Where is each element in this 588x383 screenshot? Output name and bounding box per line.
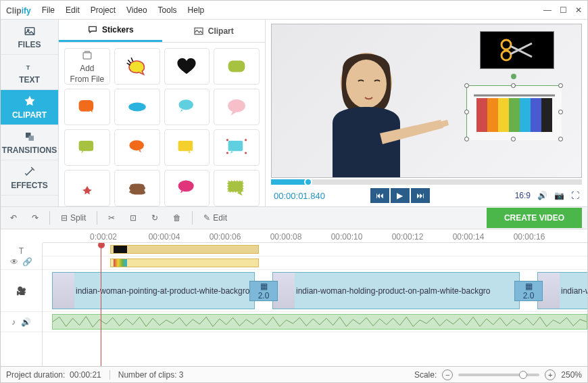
sticker-add-from-file[interactable]: Add From File bbox=[64, 48, 110, 85]
preview-progress[interactable] bbox=[271, 179, 582, 185]
overlay-scissors[interactable] bbox=[480, 31, 554, 69]
sidebar-item-transitions[interactable]: TRANSITIONS bbox=[1, 125, 58, 160]
svg-rect-33 bbox=[531, 98, 541, 132]
transition-2[interactable]: ▦2.0 bbox=[514, 281, 543, 301]
create-video-button[interactable]: CREATE VIDEO bbox=[487, 208, 582, 228]
sticker-item[interactable] bbox=[64, 129, 110, 166]
tab-stickers[interactable]: Stickers bbox=[59, 20, 162, 42]
sticker-item[interactable] bbox=[114, 129, 160, 166]
sticker-item[interactable] bbox=[164, 89, 210, 125]
play-button[interactable]: ▶ bbox=[391, 188, 410, 203]
edit-button[interactable]: ✎ Edit bbox=[199, 210, 231, 225]
sidebar-item-files[interactable]: FILES bbox=[1, 20, 58, 55]
sticker-item[interactable] bbox=[114, 170, 160, 206]
timecode: 00:00:01.840 bbox=[274, 191, 325, 201]
svg-rect-14 bbox=[178, 140, 194, 152]
svg-rect-31 bbox=[509, 98, 520, 132]
sidebar-item-text[interactable]: T TEXT bbox=[1, 55, 58, 90]
sticker-item[interactable] bbox=[164, 48, 210, 85]
menu-tools[interactable]: Tools bbox=[158, 5, 177, 15]
sticker-item[interactable] bbox=[214, 89, 260, 125]
sticker-item[interactable] bbox=[214, 129, 260, 166]
menu-project[interactable]: Project bbox=[91, 5, 116, 15]
audio-clip[interactable] bbox=[52, 314, 587, 330]
titlebar: Clipify File Edit Project Video Tools He… bbox=[1, 1, 587, 20]
svg-rect-15 bbox=[228, 140, 244, 152]
sidebar-label: FILES bbox=[18, 40, 41, 49]
overlay-clip-1[interactable] bbox=[110, 245, 259, 254]
svg-point-25 bbox=[501, 51, 511, 60]
sticker-item[interactable] bbox=[164, 170, 210, 206]
menu-file[interactable]: File bbox=[42, 5, 55, 15]
sidebar-item-clipart[interactable]: CLIPART bbox=[1, 90, 58, 125]
svg-point-9 bbox=[128, 103, 146, 112]
track-head-text[interactable]: T👁🔗 bbox=[1, 243, 42, 270]
overlay-clip-2[interactable] bbox=[110, 258, 259, 267]
timeline-ruler[interactable]: 0:00:02 00:00:04 00:00:06 00:00:08 00:00… bbox=[43, 229, 587, 243]
speaker-icon[interactable]: 🔊 bbox=[21, 317, 31, 327]
preview-panel: 00:00:01.840 ⏮ ▶ ⏭ 16:9 🔊 📷 ⛶ bbox=[266, 20, 587, 206]
zoom-slider[interactable] bbox=[458, 374, 539, 376]
link-icon[interactable]: 🔗 bbox=[22, 257, 32, 267]
status-duration: Project duration: 00:00:21 bbox=[6, 370, 101, 380]
zoom-out-button[interactable]: − bbox=[442, 369, 453, 380]
sticker-item[interactable] bbox=[64, 170, 110, 206]
sidebar-label: CLIPART bbox=[12, 110, 47, 120]
preview-viewport[interactable] bbox=[271, 24, 582, 178]
sidebar-item-effects[interactable]: EFFECTS bbox=[1, 160, 58, 196]
transition-1[interactable]: ▦2.0 bbox=[249, 281, 278, 301]
next-button[interactable]: ⏭ bbox=[411, 188, 430, 203]
video-clip-1[interactable]: indian-woman-pointing-at-product-white-b… bbox=[52, 272, 255, 309]
track-body[interactable]: indian-woman-pointing-at-product-white-b… bbox=[43, 243, 587, 366]
sticker-item[interactable] bbox=[214, 48, 260, 85]
cut-button[interactable]: ✂ bbox=[104, 210, 119, 225]
playhead[interactable] bbox=[101, 243, 101, 366]
main-menu: File Edit Project Video Tools Help bbox=[42, 5, 543, 15]
progress-thumb[interactable] bbox=[304, 178, 312, 186]
sticker-grid[interactable]: Add From File bbox=[59, 43, 265, 206]
overlay-clothes-rack[interactable] bbox=[466, 85, 561, 139]
zoom-thumb[interactable] bbox=[519, 371, 527, 379]
track-head-audio[interactable]: ♪🔊 bbox=[1, 312, 42, 332]
sticker-item[interactable] bbox=[164, 129, 210, 166]
sidebar-label: TRANSITIONS bbox=[2, 145, 57, 155]
sticker-item[interactable] bbox=[64, 89, 110, 125]
undo-button[interactable]: ↶ bbox=[6, 210, 21, 225]
menu-help[interactable]: Help bbox=[188, 5, 205, 15]
zoom-control: Scale: − + 250% bbox=[414, 369, 582, 380]
volume-icon[interactable]: 🔊 bbox=[537, 191, 547, 200]
menu-edit[interactable]: Edit bbox=[66, 5, 80, 15]
delete-button[interactable]: 🗑 bbox=[169, 210, 185, 225]
window-controls: — ☐ ✕ bbox=[543, 5, 582, 15]
zoom-in-button[interactable]: + bbox=[545, 369, 556, 380]
snapshot-icon[interactable]: 📷 bbox=[554, 191, 564, 200]
svg-rect-30 bbox=[498, 98, 509, 132]
redo-button[interactable]: ↷ bbox=[28, 210, 43, 225]
menu-video[interactable]: Video bbox=[126, 5, 147, 15]
split-button[interactable]: ⊟ Split bbox=[57, 210, 90, 225]
timeline: 0:00:02 00:00:04 00:00:06 00:00:08 00:00… bbox=[1, 229, 587, 366]
preview-controls: 00:00:01.840 ⏮ ▶ ⏭ 16:9 🔊 📷 ⛶ bbox=[271, 185, 582, 206]
aspect-ratio[interactable]: 16:9 bbox=[515, 191, 531, 200]
sticker-item[interactable] bbox=[114, 89, 160, 125]
tab-clipart[interactable]: Clipart bbox=[162, 20, 266, 42]
video-clip-3[interactable]: indian-wo bbox=[537, 272, 587, 309]
wand-icon bbox=[24, 166, 36, 178]
video-clip-2[interactable]: indian-woman-holding-product-on-palm-whi… bbox=[272, 272, 520, 309]
tab-label: Stickers bbox=[102, 25, 134, 35]
track-head-video[interactable]: 🎥 bbox=[1, 270, 42, 312]
close-button[interactable]: ✕ bbox=[575, 5, 582, 15]
rotate-handle[interactable] bbox=[511, 74, 516, 79]
svg-rect-12 bbox=[78, 140, 94, 152]
prev-button[interactable]: ⏮ bbox=[370, 188, 389, 203]
eye-icon[interactable]: 👁 bbox=[10, 257, 18, 267]
maximize-button[interactable]: ☐ bbox=[560, 5, 567, 15]
svg-rect-29 bbox=[487, 98, 498, 132]
sticker-item[interactable] bbox=[114, 48, 160, 85]
woman-figure bbox=[285, 42, 468, 177]
crop-button[interactable]: ⊡ bbox=[126, 210, 141, 225]
minimize-button[interactable]: — bbox=[543, 5, 552, 15]
fullscreen-icon[interactable]: ⛶ bbox=[571, 191, 579, 200]
rotate-button[interactable]: ↻ bbox=[147, 210, 162, 225]
sticker-item[interactable] bbox=[214, 170, 260, 206]
